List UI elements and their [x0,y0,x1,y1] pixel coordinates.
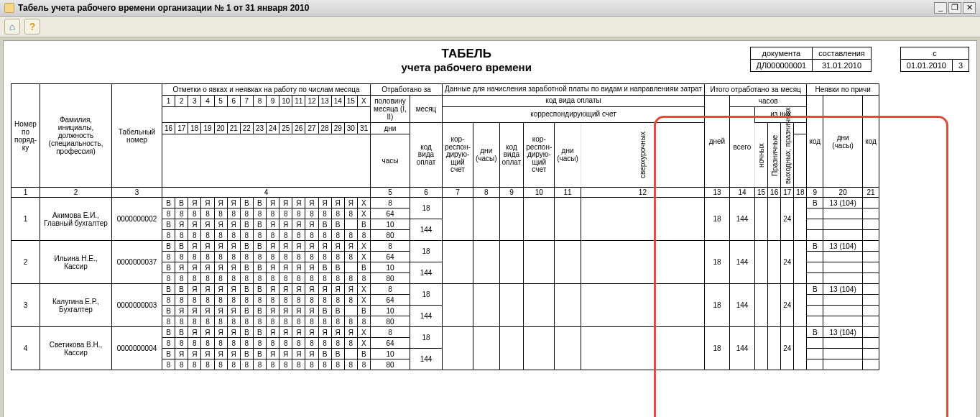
mark: Я [188,349,201,359]
abs [807,273,823,284]
mark: X [357,295,370,306]
mark: 8 [175,208,188,219]
abs [807,262,823,273]
mark: Я [292,284,305,295]
row-tab: 0000000004 [112,327,162,370]
mark: В [240,284,253,295]
mark: 8 [279,230,292,241]
row-name: Светикова В.Н., Кассир [40,327,112,370]
help-button[interactable]: ? [24,19,40,35]
mark: 8 [318,252,331,262]
pay-empty [581,198,704,241]
mark: Я [214,198,227,208]
mark: 8 [344,273,357,284]
mark: 8 [344,359,357,370]
minimize-button[interactable]: _ [934,2,947,14]
mark: 8 [175,273,188,284]
hdr-day: 11 [292,96,305,107]
hdr-corr: корреспондирующий счет [443,107,705,123]
hdr-hours: часы [371,134,410,188]
row-num: 2 [11,241,40,284]
mark: Я [188,219,201,230]
mark: Я [214,219,227,230]
mark: В [240,306,253,316]
mark: 8 [305,252,318,262]
mark: Я [227,327,240,338]
mark: 8 [292,273,305,284]
coln: 15 [754,188,767,198]
mark: 8 [188,208,201,219]
abs [863,252,879,262]
total-days: 18 [704,241,729,284]
mark: Я [279,219,292,230]
mark: 8 [305,316,318,327]
maximize-button[interactable]: ❐ [948,2,961,14]
mark: В [253,349,266,359]
close-button[interactable]: ✕ [963,2,976,14]
mark: X [357,252,370,262]
mark: Я [188,262,201,273]
mark: В [175,284,188,295]
mark: 8 [188,316,201,327]
mark: Я [227,219,240,230]
hdr-day: 2 [175,96,188,107]
docdate-value: 31.01.2010 [813,60,872,72]
mark: Я [318,327,331,338]
hdr-night: ночных [754,123,767,188]
mark: 8 [331,316,344,327]
docnum-label: документа [750,47,813,60]
mark: 8 [240,359,253,370]
mark: 8 [331,273,344,284]
hdr-paydata: Данные для начисления заработной платы п… [443,84,705,96]
t-hol: 24 [781,327,794,370]
abs [823,295,863,306]
pay-empty [524,327,555,370]
worked-h1: 64 [371,252,410,262]
mark: Я [175,262,188,273]
mark: Я [214,262,227,273]
mark: X [357,241,370,252]
pay-empty [499,241,524,284]
home-button[interactable]: ⌂ [4,19,20,35]
pay-empty [581,241,704,284]
total-days: 18 [704,198,729,241]
mark: 8 [201,295,214,306]
abs-code: В [807,241,823,252]
abs-days: 13 (104) [823,198,863,208]
worked-days1: 8 [371,198,410,208]
hdr-tdays: дней [704,96,729,188]
mark: 8 [318,273,331,284]
mark: Я [214,349,227,359]
t-wkhol [794,284,807,327]
document-area[interactable]: ТАБЕЛЬ учета рабочего времени документас… [3,40,977,417]
mark: 8 [318,230,331,241]
mark: 8 [318,295,331,306]
mark: 8 [344,338,357,349]
hdr-day: 27 [305,123,318,134]
mark: В [240,327,253,338]
mark: 8 [357,359,370,370]
mark: Я [267,327,279,338]
toolbar: ⌂ ? [0,17,980,37]
mark: Я [305,219,318,230]
mark: 8 [201,252,214,262]
mark: Я [305,241,318,252]
coln: 14 [729,188,754,198]
mark: В [240,241,253,252]
mark: Я [292,306,305,316]
mark: Я [267,284,279,295]
pay-empty [581,327,704,370]
mark: В [175,198,188,208]
mark: 8 [253,316,266,327]
hdr-thours: часов [729,96,807,107]
mark [344,306,357,316]
mark: X [357,338,370,349]
mark: 8 [162,359,175,370]
mark: Я [201,262,214,273]
mark: Я [318,284,331,295]
abs [807,349,823,359]
mark: 8 [240,273,253,284]
abs-code: В [807,284,823,295]
mark: В [253,241,266,252]
m-blank2 [794,134,807,188]
